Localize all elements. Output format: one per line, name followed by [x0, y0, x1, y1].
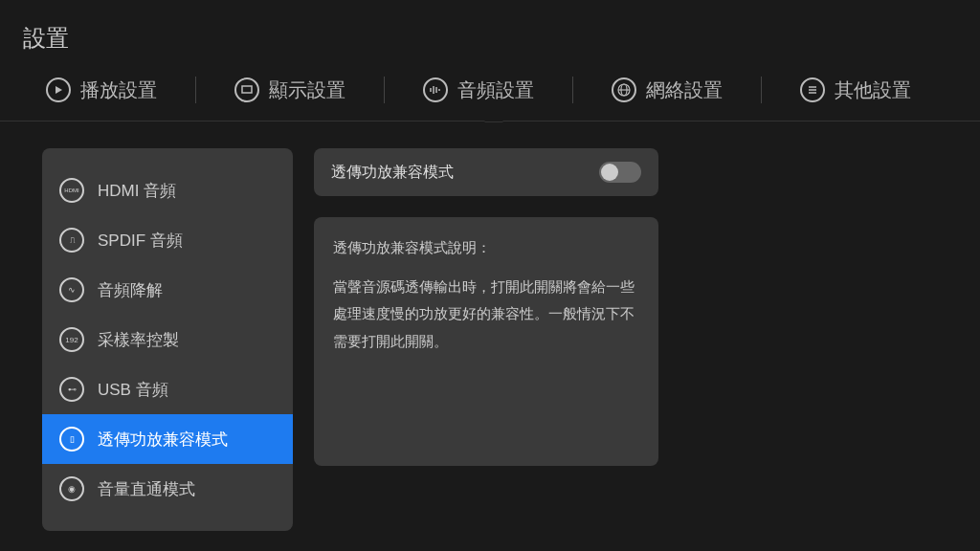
sidebar-item-spdif[interactable]: ⎍ SPDIF 音頻 [42, 215, 293, 265]
content: HDMI HDMI 音頻 ⎍ SPDIF 音頻 ∿ 音頻降解 192 采樣率控製… [0, 121, 980, 531]
hdmi-icon: HDMI [59, 178, 84, 203]
tab-label: 其他設置 [835, 77, 911, 103]
passthrough-toggle[interactable] [599, 162, 641, 183]
svg-rect-1 [242, 86, 252, 93]
sidebar-item-label: 音量直通模式 [98, 478, 195, 500]
tab-label: 網絡設置 [646, 77, 723, 103]
tab-display[interactable]: 顯示設置 [227, 77, 353, 103]
sidebar-item-volume[interactable]: ◉ 音量直通模式 [42, 464, 293, 514]
toggle-label: 透傳功放兼容模式 [331, 163, 454, 183]
sidebar-item-label: 音頻降解 [98, 279, 163, 301]
sidebar-item-hdmi[interactable]: HDMI HDMI 音頻 [42, 165, 293, 215]
separator [384, 77, 385, 103]
toggle-row: 透傳功放兼容模式 [314, 148, 658, 196]
tab-label: 顯示設置 [269, 77, 345, 103]
wave-icon: ∿ [59, 277, 84, 302]
separator [572, 77, 573, 103]
description-card: 透傳功放兼容模式說明： 當聲音源碼透傳輸出時，打開此開關將會給一些處理速度慢的功… [314, 217, 658, 466]
tabs-bar: 播放設置 顯示設置 音頻設置 網絡設置 其他設置 [0, 54, 980, 121]
sidebar-item-label: 采樣率控製 [98, 329, 179, 351]
sidebar-item-label: 透傳功放兼容模式 [98, 429, 228, 451]
active-tab-indicator [484, 112, 503, 121]
audio-icon [423, 77, 448, 102]
page-title: 設置 [0, 0, 980, 54]
sidebar: HDMI HDMI 音頻 ⎍ SPDIF 音頻 ∿ 音頻降解 192 采樣率控製… [42, 148, 293, 531]
separator [195, 77, 196, 103]
volume-icon: ◉ [59, 476, 84, 501]
speaker-icon: ▯ [59, 427, 84, 452]
sidebar-item-label: HDMI 音頻 [98, 180, 176, 202]
sidebar-item-label: USB 音頻 [98, 379, 168, 401]
usb-icon: ⊷ [59, 377, 84, 402]
svg-marker-0 [56, 86, 62, 94]
tab-label: 播放設置 [80, 77, 157, 103]
tab-other[interactable]: 其他設置 [792, 77, 919, 103]
spdif-icon: ⎍ [59, 228, 84, 253]
sidebar-item-samplerate[interactable]: 192 采樣率控製 [42, 315, 293, 364]
toggle-knob [601, 164, 618, 181]
sidebar-item-passthrough[interactable]: ▯ 透傳功放兼容模式 [42, 414, 293, 464]
tab-label: 音頻設置 [457, 77, 534, 103]
globe-icon [612, 77, 636, 102]
sidebar-item-usb[interactable]: ⊷ USB 音頻 [42, 364, 293, 414]
sidebar-item-downmix[interactable]: ∿ 音頻降解 [42, 265, 293, 315]
tab-audio[interactable]: 音頻設置 [415, 77, 542, 103]
display-icon [234, 77, 259, 102]
tab-network[interactable]: 網絡設置 [604, 77, 730, 103]
description-title: 透傳功放兼容模式說明： [333, 234, 639, 262]
right-panel: 透傳功放兼容模式 透傳功放兼容模式說明： 當聲音源碼透傳輸出時，打開此開關將會給… [314, 148, 658, 531]
tab-playback[interactable]: 播放設置 [38, 77, 165, 103]
list-icon [800, 77, 825, 102]
sidebar-item-label: SPDIF 音頻 [98, 230, 183, 252]
play-icon [46, 77, 71, 102]
separator [761, 77, 762, 103]
khz-icon: 192 [59, 327, 84, 352]
description-body: 當聲音源碼透傳輸出時，打開此開關將會給一些處理速度慢的功放更好的兼容性。一般情況… [333, 274, 639, 356]
